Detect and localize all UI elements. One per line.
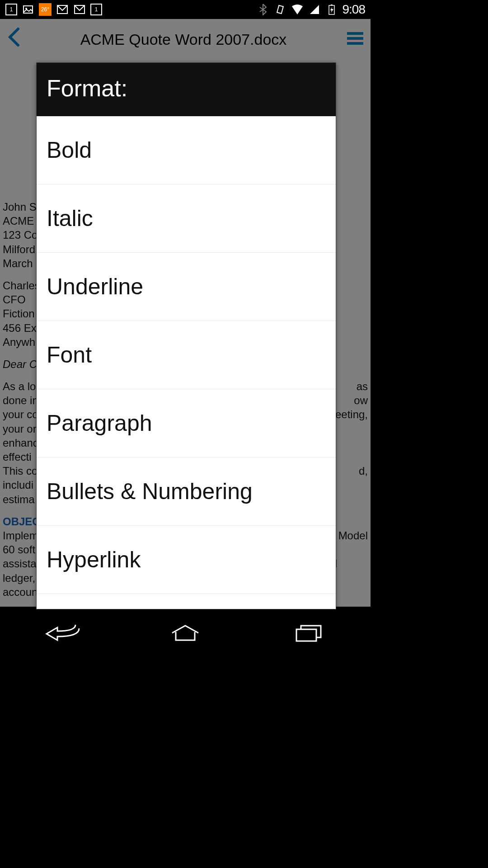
format-hyperlink[interactable]: Hyperlink xyxy=(37,526,336,594)
calendar-icon: 1 xyxy=(90,4,102,15)
notification-icon: 1 xyxy=(5,4,17,15)
svg-rect-4 xyxy=(277,5,283,14)
svg-rect-6 xyxy=(331,5,333,5)
format-paragraph[interactable]: Paragraph xyxy=(37,389,336,458)
vibrate-icon xyxy=(274,3,286,16)
weather-icon: 26° xyxy=(39,3,52,16)
format-bold[interactable]: Bold xyxy=(37,116,336,184)
format-font[interactable]: Font xyxy=(37,321,336,389)
format-underline[interactable]: Underline xyxy=(37,253,336,321)
image-icon xyxy=(22,3,34,16)
battery-icon xyxy=(325,3,338,16)
bluetooth-icon xyxy=(257,3,269,16)
svg-rect-10 xyxy=(296,629,316,641)
nav-home-button[interactable] xyxy=(165,623,205,643)
nav-recent-button[interactable] xyxy=(289,623,328,643)
wifi-icon xyxy=(291,3,304,16)
format-italic[interactable]: Italic xyxy=(37,184,336,253)
status-bar: 1 26° 1 9:08 xyxy=(0,0,371,19)
signal-icon xyxy=(308,3,321,16)
gmail-icon xyxy=(73,3,86,16)
app-area: ACME Quote Word 2007.docx John S ACME 12… xyxy=(0,19,371,607)
navigation-bar xyxy=(0,607,371,658)
format-bullets-numbering[interactable]: Bullets & Numbering xyxy=(37,458,336,526)
nav-back-button[interactable] xyxy=(42,623,82,643)
clock: 9:08 xyxy=(343,2,366,17)
format-dialog: Format: Bold Italic Underline Font Parag… xyxy=(36,62,336,609)
dialog-title: Format: xyxy=(37,63,336,116)
mail-icon xyxy=(56,3,69,16)
